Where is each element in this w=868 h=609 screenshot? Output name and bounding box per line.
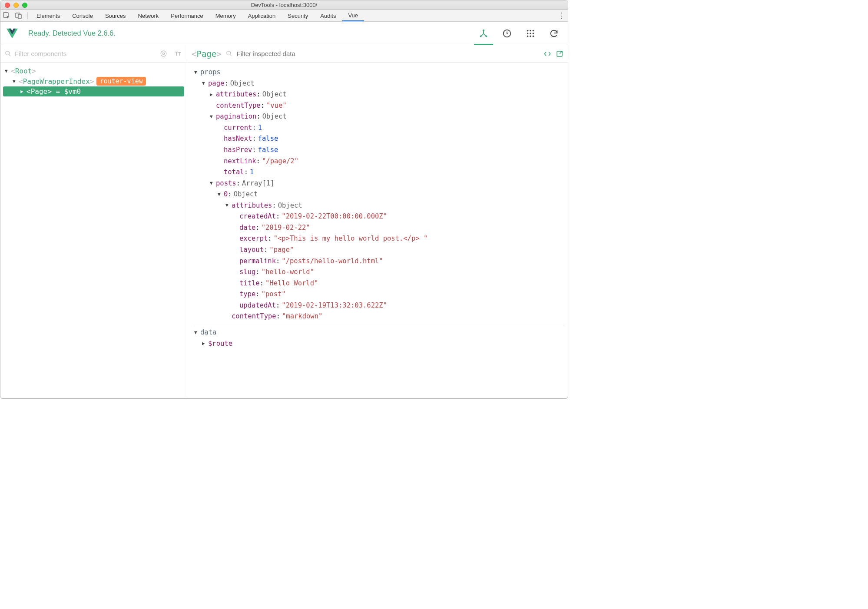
- svg-point-12: [533, 33, 534, 34]
- prop-posts-0[interactable]: ▼0: Object: [194, 189, 565, 200]
- tab-network[interactable]: Network: [132, 10, 165, 21]
- inspect-element-icon[interactable]: [0, 10, 13, 21]
- tab-vue[interactable]: Vue: [342, 10, 364, 21]
- select-component-icon[interactable]: [160, 50, 169, 57]
- prop-pagination-hasnext[interactable]: hasNext: false: [194, 133, 565, 145]
- tree-node-root[interactable]: ▼ <Root>: [3, 66, 184, 76]
- close-window-button[interactable]: [5, 3, 10, 8]
- tab-performance[interactable]: Performance: [165, 10, 209, 21]
- prop-page[interactable]: ▼page: Object: [194, 78, 565, 89]
- tab-elements[interactable]: Elements: [30, 10, 66, 21]
- attr-type[interactable]: type: "post": [194, 289, 565, 300]
- filter-components-input[interactable]: [15, 50, 156, 57]
- component-tree: ▼ <Root> ▼ <PageWrapperIndex> router-vie…: [0, 63, 187, 100]
- router-view-badge: router-view: [96, 77, 146, 86]
- prop-page-contenttype[interactable]: contentType: "vue": [194, 100, 565, 112]
- inspect-dom-icon[interactable]: [543, 50, 551, 58]
- vue-logo-icon: [7, 28, 18, 39]
- more-options-icon[interactable]: ⋮: [556, 11, 568, 20]
- device-toolbar-icon[interactable]: [13, 10, 25, 21]
- attr-permalink[interactable]: permalink: "/posts/hello-world.html": [194, 256, 565, 267]
- svg-point-11: [530, 33, 531, 34]
- tree-node-page[interactable]: ▶ <Page> = $vm0: [3, 86, 184, 96]
- prop-posts-0-attributes[interactable]: ▼attributes: Object: [194, 200, 565, 212]
- minimize-window-button[interactable]: [13, 3, 19, 8]
- svg-point-9: [533, 30, 534, 31]
- window-titlebar: DevTools - localhost:3000/: [0, 0, 568, 10]
- vue-status-text: Ready. Detected Vue 2.6.6.: [28, 29, 478, 37]
- filter-inspected-input[interactable]: [237, 50, 386, 57]
- svg-point-19: [227, 51, 231, 55]
- prop-pagination-nextlink[interactable]: nextLink: "/page/2": [194, 156, 565, 167]
- tab-sources[interactable]: Sources: [99, 10, 132, 21]
- maximize-window-button[interactable]: [22, 3, 27, 8]
- prop-pagination-total[interactable]: total: 1: [194, 167, 565, 178]
- attr-layout[interactable]: layout: "page": [194, 245, 565, 256]
- svg-point-10: [527, 33, 529, 34]
- svg-point-13: [527, 35, 529, 37]
- section-data[interactable]: ▼data: [194, 327, 565, 338]
- section-props[interactable]: ▼props: [194, 67, 565, 78]
- format-option-icon[interactable]: TT: [173, 50, 182, 57]
- attr-excerpt[interactable]: excerpt: "<p>This is my hello world post…: [194, 233, 565, 245]
- prop-pagination-current[interactable]: current: 1: [194, 122, 565, 134]
- inspector-content: ▼props ▼page: Object ▶attributes: Object…: [187, 63, 568, 354]
- prop-page-pagination[interactable]: ▼pagination: Object: [194, 111, 565, 122]
- refresh-icon[interactable]: [549, 28, 559, 39]
- attr-title[interactable]: title: "Hello World": [194, 278, 565, 289]
- devtools-tab-bar: Elements Console Sources Network Perform…: [0, 10, 568, 22]
- attr-updatedat[interactable]: updatedAt: "2019-02-19T13:32:03.622Z": [194, 300, 565, 311]
- svg-point-14: [530, 35, 531, 37]
- open-in-editor-icon[interactable]: [556, 50, 563, 58]
- inspector-pane: <Page> ▼props ▼page: Object ▶attributes:…: [187, 45, 568, 398]
- svg-point-3: [483, 29, 484, 31]
- tab-security[interactable]: Security: [282, 10, 314, 21]
- attr-slug[interactable]: slug: "hello-world": [194, 267, 565, 278]
- svg-point-8: [530, 30, 531, 31]
- attr-date[interactable]: date: "2019-02-22": [194, 222, 565, 234]
- tab-memory[interactable]: Memory: [209, 10, 242, 21]
- svg-rect-2: [18, 14, 21, 19]
- tree-node-wrapper[interactable]: ▼ <PageWrapperIndex> router-view: [3, 76, 184, 86]
- search-icon: [226, 50, 232, 57]
- tab-audits[interactable]: Audits: [314, 10, 342, 21]
- tab-console[interactable]: Console: [66, 10, 99, 21]
- search-icon: [5, 50, 11, 57]
- svg-point-17: [161, 51, 166, 56]
- components-tab-icon[interactable]: [478, 28, 489, 39]
- vue-status-bar: Ready. Detected Vue 2.6.6.: [0, 22, 568, 45]
- selected-component-name: <Page>: [192, 49, 222, 59]
- components-pane: TT ▼ <Root> ▼ <PageWrapperIndex> router-…: [0, 45, 187, 398]
- prop-page-attributes[interactable]: ▶attributes: Object: [194, 89, 565, 100]
- data-route[interactable]: ▶$route: [194, 338, 565, 350]
- svg-point-7: [527, 30, 529, 31]
- prop-page-posts[interactable]: ▼posts: Array[1]: [194, 178, 565, 189]
- tab-application[interactable]: Application: [242, 10, 282, 21]
- svg-point-15: [533, 35, 534, 37]
- svg-point-18: [162, 53, 164, 54]
- svg-point-16: [6, 51, 10, 55]
- events-tab-icon[interactable]: [525, 28, 536, 39]
- attr-createdat[interactable]: createdAt: "2019-02-22T00:00:00.000Z": [194, 211, 565, 222]
- prop-pagination-hasprev[interactable]: hasPrev: false: [194, 145, 565, 156]
- window-title: DevTools - localhost:3000/: [0, 2, 568, 8]
- vuex-tab-icon[interactable]: [502, 28, 512, 39]
- prop-posts-0-contenttype[interactable]: contentType: "markdown": [194, 311, 565, 322]
